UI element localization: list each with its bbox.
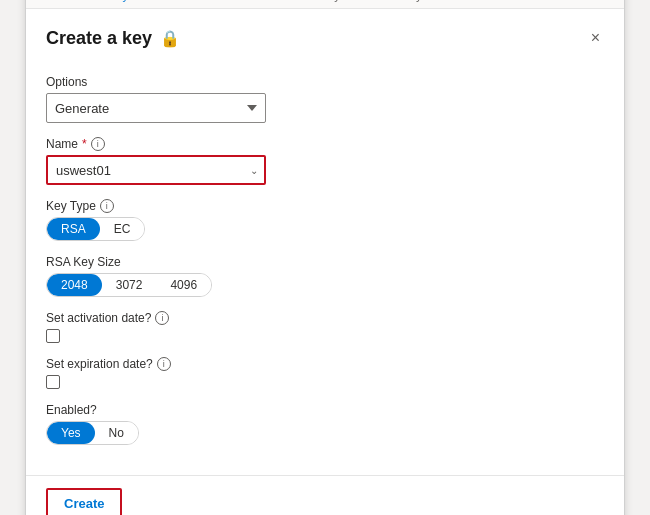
name-info-icon[interactable]: i bbox=[91, 137, 105, 151]
key-type-toggle: RSA EC bbox=[46, 217, 145, 241]
activation-checkbox-wrapper bbox=[46, 329, 604, 343]
expiration-label: Set expiration date? i bbox=[46, 357, 604, 371]
required-indicator: * bbox=[82, 137, 87, 151]
activation-info-icon[interactable]: i bbox=[155, 311, 169, 325]
modal-header: Create a key 🔒 × bbox=[26, 9, 624, 59]
breadcrumb: Home > Select your Azure Data Box > Orde… bbox=[26, 0, 624, 9]
rsa-key-size-label: RSA Key Size bbox=[46, 255, 604, 269]
breadcrumb-sep-3: > bbox=[276, 0, 283, 2]
breadcrumb-key-vault: Select key from Azure Key Vault bbox=[287, 0, 450, 2]
rsa-3072-button[interactable]: 3072 bbox=[102, 274, 157, 296]
expiration-checkbox[interactable] bbox=[46, 375, 60, 389]
name-group: Name * i ⌄ bbox=[46, 137, 604, 185]
lock-icon: 🔒 bbox=[160, 29, 180, 48]
activation-checkbox[interactable] bbox=[46, 329, 60, 343]
breadcrumb-sep-1: > bbox=[77, 0, 84, 2]
enabled-toggle: Yes No bbox=[46, 421, 139, 445]
expiration-group: Set expiration date? i bbox=[46, 357, 604, 389]
key-type-label: Key Type i bbox=[46, 199, 604, 213]
key-type-info-icon[interactable]: i bbox=[100, 199, 114, 213]
activation-group: Set activation date? i bbox=[46, 311, 604, 343]
activation-label: Set activation date? i bbox=[46, 311, 604, 325]
rsa-2048-button[interactable]: 2048 bbox=[47, 274, 102, 296]
modal-title: Create a key 🔒 bbox=[46, 28, 180, 49]
breadcrumb-sep-2: > bbox=[232, 0, 239, 2]
key-type-rsa-button[interactable]: RSA bbox=[47, 218, 100, 240]
title-text: Create a key bbox=[46, 28, 152, 49]
key-type-group: Key Type i RSA EC bbox=[46, 199, 604, 241]
name-input-wrapper: ⌄ bbox=[46, 155, 266, 185]
rsa-key-size-group: RSA Key Size 2048 3072 4096 bbox=[46, 255, 604, 297]
close-button[interactable]: × bbox=[587, 25, 604, 51]
enabled-yes-button[interactable]: Yes bbox=[47, 422, 95, 444]
modal-body: Options Generate Import Name * i ⌄ Key T… bbox=[26, 59, 624, 475]
rsa-4096-button[interactable]: 4096 bbox=[156, 274, 211, 296]
breadcrumb-azure-data-box[interactable]: Select your Azure Data Box bbox=[87, 0, 228, 2]
modal-container: Home > Select your Azure Data Box > Orde… bbox=[25, 0, 625, 515]
enabled-group: Enabled? Yes No bbox=[46, 403, 604, 445]
enabled-no-button[interactable]: No bbox=[95, 422, 138, 444]
options-select[interactable]: Generate Import bbox=[46, 93, 266, 123]
breadcrumb-sep-4: > bbox=[454, 0, 461, 2]
expiration-info-icon[interactable]: i bbox=[157, 357, 171, 371]
breadcrumb-order[interactable]: Order bbox=[243, 0, 272, 2]
name-label: Name * i bbox=[46, 137, 604, 151]
breadcrumb-home[interactable]: Home bbox=[42, 0, 73, 2]
name-input[interactable] bbox=[46, 155, 266, 185]
key-type-ec-button[interactable]: EC bbox=[100, 218, 145, 240]
expiration-checkbox-wrapper bbox=[46, 375, 604, 389]
enabled-label: Enabled? bbox=[46, 403, 604, 417]
rsa-key-size-toggle: 2048 3072 4096 bbox=[46, 273, 212, 297]
modal-footer: Create bbox=[26, 475, 624, 515]
options-label: Options bbox=[46, 75, 604, 89]
create-button[interactable]: Create bbox=[46, 488, 122, 515]
options-group: Options Generate Import bbox=[46, 75, 604, 123]
